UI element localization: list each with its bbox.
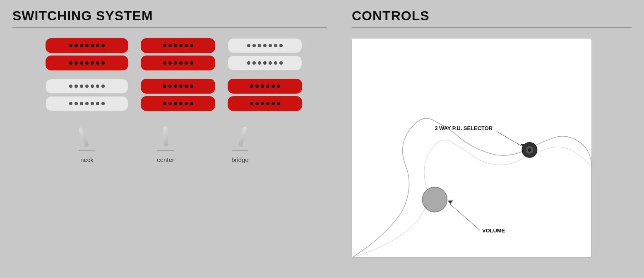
pickup-coil-white <box>46 79 128 94</box>
volume-knob <box>422 187 447 212</box>
svg-text:VOLUME: VOLUME <box>482 227 505 234</box>
switch-neck: neck <box>46 123 128 163</box>
svg-line-5 <box>450 204 480 230</box>
switch-center: center <box>128 123 203 163</box>
svg-point-1 <box>528 148 531 152</box>
svg-text:3 WAY P.U. SELECTOR: 3 WAY P.U. SELECTOR <box>435 125 493 131</box>
pickup-coil-red <box>228 79 302 94</box>
switch-center-toggle <box>161 123 170 146</box>
switch-neck-toggle <box>82 123 91 146</box>
left-divider <box>12 27 327 28</box>
pickup-coil-red <box>228 96 302 111</box>
pickup-neck-row1 <box>46 38 128 70</box>
pickup-neck-row2 <box>46 79 128 111</box>
pickup-bridge-row2 <box>228 79 302 111</box>
controls-title: CONTROLS <box>352 8 632 24</box>
switch-base-bridge <box>232 150 248 151</box>
switch-bridge-toggle <box>235 123 245 146</box>
switch-base-center <box>157 150 174 151</box>
pickup-coil-white <box>228 56 302 70</box>
pickup-coil-red <box>46 56 128 70</box>
pickup-coil-red <box>46 38 128 53</box>
switch-handle-bridge <box>238 126 247 147</box>
switching-system-panel: SWITCHING SYSTEM <box>0 0 339 278</box>
switch-base-neck <box>79 150 95 151</box>
svg-marker-7 <box>448 201 453 204</box>
right-divider <box>352 27 632 28</box>
pickup-coil-red <box>141 56 215 70</box>
controls-diagram: 3 WAY P.U. SELECTOR VOLUME <box>352 38 592 258</box>
switch-center-label: center <box>157 156 174 163</box>
pickup-coil-white <box>46 96 128 111</box>
pickup-bridge-row1 <box>228 38 302 70</box>
switch-handle-center <box>163 126 168 146</box>
switch-neck-label: neck <box>80 156 94 163</box>
controls-panel: CONTROLS 3 WAY P.U. SELECTOR VOLUME <box>339 0 644 278</box>
pickup-grid <box>46 38 327 111</box>
switch-row: neck center bridge <box>46 123 327 163</box>
pickup-coil-red <box>141 96 215 111</box>
svg-line-2 <box>497 131 524 147</box>
pickup-coil-red <box>141 38 215 53</box>
pickup-center-row2 <box>141 79 215 111</box>
pickup-center-row1 <box>141 38 215 70</box>
switch-bridge: bridge <box>203 123 277 163</box>
pickup-coil-white <box>228 38 302 53</box>
switching-system-title: SWITCHING SYSTEM <box>12 8 327 24</box>
switch-handle-neck <box>78 127 89 147</box>
switch-bridge-label: bridge <box>231 156 249 163</box>
pickup-coil-red <box>141 79 215 94</box>
